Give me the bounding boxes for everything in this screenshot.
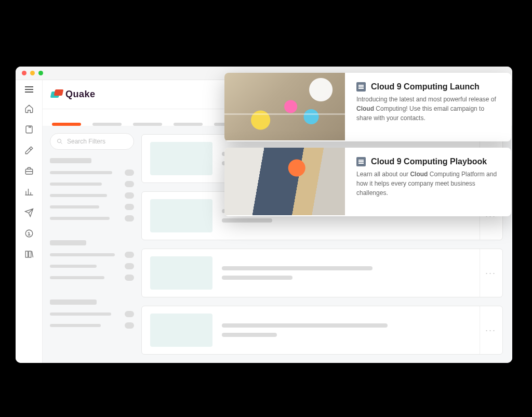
more-icon[interactable]: ··· [480, 306, 496, 354]
result-thumbnail [224, 73, 345, 140]
result-title: Cloud 9 Computing Playbook [371, 157, 487, 166]
result-description: Learn all about our Cloud Computing Plat… [356, 170, 501, 198]
result-card-launch[interactable]: Cloud 9 Computing Launch Introducing the… [224, 73, 511, 141]
result-description: Introducing the latest and most powerful… [356, 95, 501, 123]
app-logo[interactable]: Quake [51, 89, 96, 100]
document-icon [356, 82, 366, 92]
filter-item[interactable] [50, 252, 134, 258]
filter-heading [50, 299, 97, 305]
search-input[interactable]: Search Filters [50, 133, 134, 150]
thumbnail [150, 314, 212, 347]
filter-item[interactable] [50, 263, 134, 269]
result-title: Cloud 9 Computing Launch [371, 82, 480, 92]
badge-icon[interactable] [24, 229, 34, 238]
home-icon[interactable] [24, 104, 34, 113]
edit-icon[interactable] [24, 146, 34, 155]
filter-heading [50, 240, 86, 245]
svg-rect-3 [25, 251, 28, 257]
thumbnail [150, 256, 212, 290]
filter-item[interactable] [50, 204, 134, 210]
app-name: Quake [65, 89, 96, 100]
filter-heading [50, 158, 91, 163]
nav-rail [16, 80, 43, 363]
result-card-playbook[interactable]: Cloud 9 Computing Playbook Learn all abo… [224, 148, 511, 216]
window-minimize-icon[interactable] [30, 71, 35, 75]
chart-icon[interactable] [24, 187, 34, 197]
search-icon [57, 138, 63, 145]
send-icon[interactable] [24, 208, 34, 217]
window-close-icon[interactable] [22, 71, 26, 75]
filter-item[interactable] [50, 181, 134, 187]
list-item[interactable]: ··· [141, 306, 503, 355]
window-zoom-icon[interactable] [38, 71, 43, 75]
more-icon[interactable]: ··· [480, 249, 496, 297]
list-item[interactable]: ··· [141, 249, 503, 297]
menu-icon[interactable] [25, 86, 33, 93]
thumbnail [150, 199, 212, 232]
result-thumbnail [224, 148, 345, 215]
filter-item[interactable] [50, 215, 134, 221]
filter-item[interactable] [50, 275, 134, 281]
filters-sidebar: Search Filters [43, 126, 139, 363]
notes-icon[interactable] [24, 125, 34, 134]
filter-item[interactable] [50, 192, 134, 199]
search-placeholder: Search Filters [67, 138, 105, 145]
document-icon [356, 157, 366, 166]
logo-mark-icon [51, 89, 62, 100]
placeholder-lines [222, 323, 494, 337]
filter-item[interactable] [50, 170, 134, 176]
briefcase-icon[interactable] [24, 166, 34, 176]
library-icon[interactable] [24, 250, 34, 259]
thumbnail [150, 142, 212, 175]
svg-rect-4 [29, 251, 31, 257]
filter-item[interactable] [50, 311, 134, 317]
filter-item[interactable] [50, 322, 134, 329]
svg-point-5 [58, 139, 61, 143]
placeholder-lines [222, 266, 494, 280]
